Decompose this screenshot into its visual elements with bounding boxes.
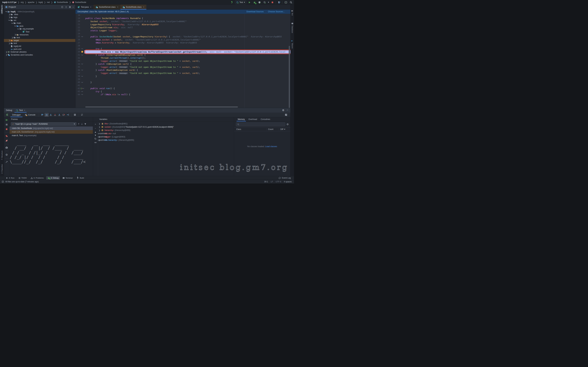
close-icon[interactable]: ✕ bbox=[117, 6, 119, 8]
fold-marker-icon[interactable]: ❯ bbox=[82, 88, 84, 89]
line-number[interactable]: 18 bbox=[76, 14, 80, 17]
breadcrumb-item[interactable]: org bbox=[21, 1, 24, 3]
step-over-icon[interactable] bbox=[44, 113, 49, 117]
settings-icon[interactable]: ⚙ bbox=[282, 109, 284, 112]
code-line-23[interactable]: 23static Logger logger; bbox=[76, 29, 290, 32]
move-watch-down-icon[interactable]: ▼ bbox=[95, 134, 96, 136]
pin-icon[interactable] bbox=[5, 161, 8, 163]
fold-marker-icon[interactable]: ❯ bbox=[81, 54, 83, 56]
variable-row-logger[interactable]: ❯undefinedlogger = {Logger@863} bbox=[98, 135, 238, 138]
variable-row-hierarchy[interactable]: ❯phierarchy = {Hierarchy@855} bbox=[98, 129, 238, 132]
code-line-43[interactable]: 43❯try { bbox=[76, 90, 290, 93]
tree-item-java[interactable]: ❯java bbox=[4, 25, 75, 27]
thread-dump-icon[interactable] bbox=[5, 146, 8, 149]
toolwindow-button-terminal[interactable]: Terminal bbox=[61, 176, 74, 180]
code-line-20[interactable]: 20Socket socket; socket: "Socket[addr=/1… bbox=[76, 20, 290, 23]
drop-frame-icon[interactable] bbox=[61, 113, 66, 117]
tree-chevron-icon[interactable]: ❯ bbox=[14, 33, 17, 36]
breadcrumb-item[interactable]: log4j-1.2.17.jar bbox=[2, 1, 17, 3]
tree-chevron-icon[interactable]: ❯ bbox=[17, 28, 19, 30]
line-number[interactable]: 44 bbox=[76, 93, 80, 96]
editor-tab-socketnode-class[interactable]: CSocketNode.class✕ bbox=[121, 5, 146, 9]
column-diff[interactable]: Diff▼ bbox=[279, 128, 290, 130]
line-number[interactable]: 30 bbox=[76, 51, 80, 53]
line-number[interactable]: 39 bbox=[76, 78, 80, 80]
fold-marker-icon[interactable]: ❯ bbox=[81, 48, 83, 50]
event-log-button[interactable]: Event Log bbox=[279, 177, 291, 179]
line-number[interactable]: 34 bbox=[76, 63, 80, 65]
line-number[interactable]: 19 bbox=[76, 17, 80, 19]
stripe-button-favorites[interactable]: 2: Favorites bbox=[1, 163, 3, 175]
stop-icon[interactable] bbox=[270, 0, 274, 4]
hide-panel-icon[interactable]: ─ bbox=[287, 109, 288, 112]
tree-chevron-icon[interactable]: ❯ bbox=[11, 22, 13, 24]
line-number[interactable]: 25 bbox=[76, 35, 80, 38]
implementing-marker-icon[interactable] bbox=[80, 87, 83, 90]
tree-chevron-icon[interactable]: ❯ bbox=[8, 13, 10, 16]
column-class[interactable]: Class bbox=[234, 128, 267, 130]
duplicate-watch-icon[interactable] bbox=[94, 138, 96, 140]
stripe-button-maven[interactable]: mMaven bbox=[291, 39, 294, 50]
line-number[interactable]: 22 bbox=[76, 26, 80, 29]
tree-item-test[interactable]: ❯test bbox=[4, 42, 75, 45]
tab-console[interactable]: Console bbox=[23, 113, 37, 117]
line-number[interactable]: 20 bbox=[76, 20, 80, 22]
fold-marker-icon[interactable]: ❯ bbox=[81, 63, 83, 65]
frame-row[interactable]: <init>:56, SocketNode(org.apache.log4j.n… bbox=[9, 126, 93, 130]
run-configuration-select[interactable]: Test▼ bbox=[235, 0, 246, 4]
add-watch-icon[interactable]: ＋ bbox=[94, 123, 96, 126]
line-number[interactable]: 24 bbox=[76, 33, 80, 35]
code-line-27[interactable]: 27this.hierarchy = hierarchy; hierarchy:… bbox=[76, 41, 290, 44]
breadcrumb-item[interactable]: SocketNode bbox=[75, 1, 86, 3]
search-everywhere-icon[interactable] bbox=[289, 0, 293, 4]
tree-item-test[interactable]: CTest bbox=[4, 30, 75, 33]
toolwindow-button-todo[interactable]: TODO bbox=[17, 176, 28, 180]
breadcrumb-item[interactable]: SocketNode bbox=[57, 1, 68, 3]
watches-icon[interactable] bbox=[94, 141, 97, 143]
code-line-18[interactable]: 18 bbox=[76, 14, 290, 17]
download-sources-link[interactable]: Download Sources bbox=[246, 10, 264, 13]
code-line-44[interactable]: 44❯if (this.ois != null) { bbox=[76, 93, 290, 96]
code-line-33[interactable]: 33logger.error( message: "Could not open… bbox=[76, 59, 290, 63]
line-number[interactable]: 40 bbox=[76, 81, 80, 83]
line-number[interactable]: 35 bbox=[76, 66, 80, 68]
force-step-into-icon[interactable] bbox=[53, 113, 57, 117]
expand-chevron-icon[interactable]: ❯ bbox=[98, 129, 101, 131]
stripe-button-ant[interactable]: Ant bbox=[291, 9, 293, 17]
indent-style[interactable]: 4 spaces bbox=[284, 181, 292, 183]
stop-icon[interactable] bbox=[5, 128, 8, 130]
tree-item-test[interactable]: ❯test bbox=[4, 36, 75, 39]
previous-frame-icon[interactable]: ↑ bbox=[78, 123, 80, 125]
load-classes-link[interactable]: Load classes bbox=[265, 145, 277, 148]
toolwindow-button-4-run[interactable]: 4: Run bbox=[5, 176, 16, 180]
editor-tab-test-java[interactable]: CTest.java✕ bbox=[76, 5, 94, 9]
tree-item--idea[interactable]: ❯.idea bbox=[4, 13, 75, 16]
line-number[interactable]: 21 bbox=[76, 23, 80, 25]
code-line-19[interactable]: 19public class SocketNode implements Run… bbox=[76, 17, 290, 20]
code-line-25[interactable]: 25❯public SocketNode(Socket socket, Logg… bbox=[76, 35, 290, 38]
hide-panel-icon[interactable]: ─ bbox=[72, 6, 74, 8]
line-number[interactable]: 23 bbox=[76, 29, 80, 32]
next-frame-icon[interactable]: ↓ bbox=[81, 123, 83, 125]
tree-item-logs[interactable]: ❯logs bbox=[4, 16, 75, 19]
toolwindow-button-6-problems[interactable]: 6: Problems bbox=[29, 176, 45, 180]
line-number[interactable]: 37 bbox=[76, 72, 80, 74]
stripe-button-project[interactable]: 1: Project bbox=[1, 5, 3, 14]
run-to-cursor-icon[interactable] bbox=[66, 113, 70, 117]
project-panel-title[interactable]: Project bbox=[9, 6, 15, 8]
choose-sources-link[interactable]: Choose Sources... bbox=[268, 10, 285, 13]
toolwindow-button-build[interactable]: Build bbox=[75, 176, 85, 180]
breadcrumb-item[interactable]: net bbox=[47, 1, 50, 3]
line-number[interactable]: 36 bbox=[76, 69, 80, 71]
fold-marker-icon[interactable]: ❯ bbox=[81, 75, 83, 77]
tree-chevron-icon[interactable]: ❯ bbox=[14, 25, 17, 27]
fold-marker-icon[interactable]: ❯ bbox=[81, 94, 83, 95]
editor-horizontal-scrollbar[interactable] bbox=[85, 107, 238, 108]
tab-debugger[interactable]: Debugger bbox=[10, 113, 23, 117]
code-line-21[interactable]: 21LoggerRepository hierarchy; hierarchy:… bbox=[76, 23, 290, 26]
stripe-button-database[interactable]: Database bbox=[291, 21, 293, 34]
expand-chevron-icon[interactable]: ❯ bbox=[98, 126, 101, 128]
filter-frames-icon[interactable] bbox=[84, 123, 86, 125]
stripe-button-structure[interactable]: 7: Structure bbox=[1, 150, 3, 161]
line-number[interactable]: 28 bbox=[76, 45, 80, 47]
